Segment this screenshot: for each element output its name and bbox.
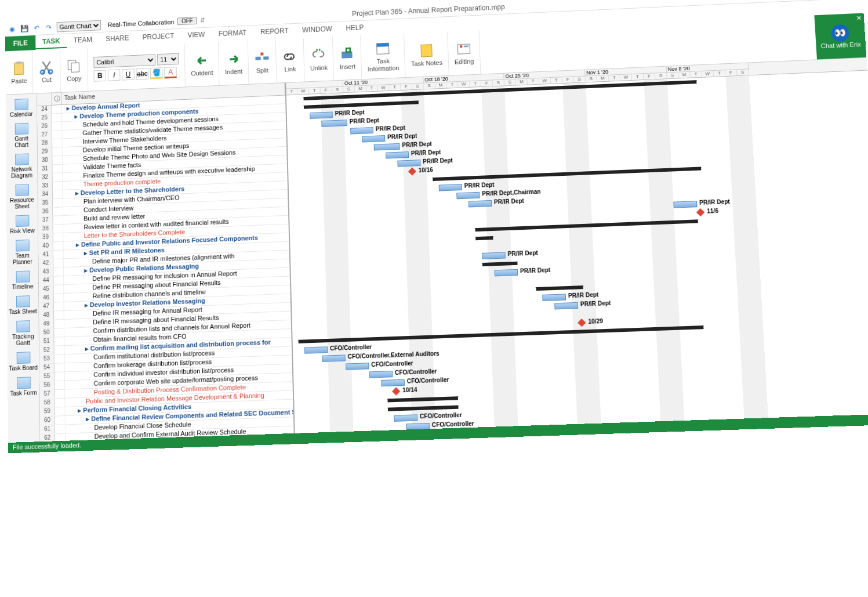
task-bar[interactable] bbox=[369, 371, 393, 378]
underline-button[interactable]: U bbox=[122, 68, 135, 80]
file-menu[interactable]: FILE bbox=[5, 35, 35, 51]
milestone[interactable] bbox=[452, 439, 460, 444]
indent-button[interactable]: Indent bbox=[219, 41, 249, 85]
view-timeline[interactable]: Timeline bbox=[7, 268, 38, 293]
task-info-button[interactable]: Task Information bbox=[361, 34, 405, 79]
view-selector[interactable]: Gantt Chart bbox=[57, 20, 101, 32]
menu-tab-task[interactable]: TASK bbox=[35, 35, 67, 50]
task-bar[interactable] bbox=[673, 201, 697, 208]
font-size-select[interactable]: 11 bbox=[157, 53, 179, 65]
insert-button[interactable]: Insert bbox=[333, 35, 362, 80]
task-bar[interactable] bbox=[322, 354, 345, 362]
svg-rect-0 bbox=[14, 62, 24, 74]
summary-bar[interactable] bbox=[475, 236, 493, 240]
undo-icon[interactable]: ↶ bbox=[32, 23, 41, 32]
task-bar[interactable] bbox=[304, 346, 328, 354]
bar-label: PR/IR Dept bbox=[335, 109, 364, 117]
save-icon[interactable]: 💾 bbox=[20, 24, 29, 33]
info-column[interactable]: ⓘ bbox=[52, 93, 62, 105]
task-bar[interactable] bbox=[321, 120, 347, 127]
task-bar[interactable] bbox=[482, 252, 506, 259]
view-icon bbox=[16, 240, 30, 252]
copy-button[interactable]: Copy bbox=[60, 48, 88, 92]
grid-body[interactable]: 24▸ Develop Annual Report25▸ Develop The… bbox=[37, 96, 294, 453]
menu-tab-team[interactable]: TEAM bbox=[67, 33, 99, 48]
fill-color-button[interactable]: 🪣 bbox=[150, 67, 163, 79]
bar-label: PR/IR Dept bbox=[350, 117, 379, 125]
italic-button[interactable]: I bbox=[108, 69, 121, 81]
split-button[interactable]: Split bbox=[248, 39, 277, 84]
view-calendar[interactable]: Calendar bbox=[6, 96, 37, 120]
strike-button[interactable]: abc bbox=[136, 68, 149, 79]
task-bar[interactable] bbox=[362, 135, 385, 143]
bar-label: PR/IR Dept bbox=[411, 149, 441, 157]
main-area: CalendarGantt ChartNetwork DiagramResour… bbox=[6, 58, 868, 454]
bar-label: PR/IR Dept bbox=[464, 182, 495, 189]
view-gantt-chart[interactable]: Gantt Chart bbox=[6, 120, 37, 151]
redo-icon[interactable]: ↷ bbox=[44, 23, 53, 32]
milestone[interactable] bbox=[696, 208, 704, 216]
task-bar[interactable] bbox=[386, 151, 409, 159]
font-group: Calibri 11 B I U abc 🪣 A bbox=[88, 44, 185, 91]
menu-tab-view[interactable]: VIEW bbox=[181, 28, 212, 43]
task-bar[interactable] bbox=[310, 111, 333, 118]
realtime-collab: Real-Time Collaboration OFF ⇵ bbox=[108, 17, 205, 28]
task-bar[interactable] bbox=[456, 192, 480, 200]
menu-tab-help[interactable]: HELP bbox=[339, 21, 371, 36]
app-icon: ◉ bbox=[8, 24, 17, 34]
view-task-form[interactable]: Task Form bbox=[8, 374, 39, 399]
task-bar[interactable] bbox=[554, 302, 578, 310]
task-bar[interactable] bbox=[381, 379, 405, 387]
task-grid: ⓘ Task Name 24▸ Develop Annual Report25▸… bbox=[37, 83, 295, 453]
task-bar[interactable] bbox=[394, 414, 417, 422]
outdent-button[interactable]: Outdent bbox=[185, 42, 220, 86]
customize-qat-icon[interactable]: ⇵ bbox=[200, 17, 205, 24]
view-task-board[interactable]: Task Board bbox=[8, 349, 39, 374]
view-risk-view[interactable]: Risk View bbox=[6, 212, 38, 237]
menu-tab-share[interactable]: SHARE bbox=[99, 31, 136, 46]
editing-group[interactable]: Editing bbox=[448, 30, 481, 75]
bar-label: CFO/Controller bbox=[432, 420, 474, 428]
svg-rect-12 bbox=[421, 44, 432, 56]
chat-erix-button[interactable]: ✕ 👀 Chat with Erix bbox=[814, 13, 866, 60]
task-bar[interactable] bbox=[397, 160, 420, 167]
view-tracking-gantt[interactable]: Tracking Gantt bbox=[8, 318, 39, 349]
task-bar[interactable] bbox=[374, 143, 400, 151]
view-resource-sheet[interactable]: Resource Sheet bbox=[6, 182, 38, 212]
task-bar[interactable] bbox=[439, 184, 462, 191]
task-bar[interactable] bbox=[495, 269, 518, 277]
view-task-sheet[interactable]: Task Sheet bbox=[7, 293, 38, 318]
bar-label: PR/IR Dept bbox=[423, 157, 453, 165]
paste-button[interactable]: Paste bbox=[5, 50, 33, 95]
task-bar[interactable] bbox=[542, 294, 566, 301]
bold-button[interactable]: B bbox=[94, 70, 107, 81]
gantt-chart[interactable]: Oct 11 '20Oct 18 '20Oct 25 '20Nov 1 '20N… bbox=[286, 58, 868, 444]
menu-tab-window[interactable]: WINDOW bbox=[295, 22, 339, 38]
bar-label: PR/IR Dept bbox=[376, 125, 406, 132]
font-color-button[interactable]: A bbox=[164, 67, 177, 78]
task-notes-button[interactable]: Task Notes bbox=[404, 31, 449, 77]
bar-label: PR/IR Dept bbox=[507, 249, 538, 257]
view-icon bbox=[14, 99, 28, 110]
rtc-toggle[interactable]: OFF bbox=[177, 17, 197, 25]
menu-tab-project[interactable]: PROJECT bbox=[136, 30, 181, 45]
link-button[interactable]: Link bbox=[276, 38, 305, 82]
unlink-button[interactable]: Unlink bbox=[304, 37, 335, 81]
bar-label: PR/IR Dept bbox=[402, 141, 432, 149]
view-team-planner[interactable]: Team Planner bbox=[7, 237, 38, 268]
view-network-diagram[interactable]: Network Diagram bbox=[6, 151, 38, 182]
summary-bar[interactable] bbox=[482, 262, 518, 266]
menu-tab-format[interactable]: FORMAT bbox=[212, 26, 254, 41]
view-icon bbox=[15, 184, 29, 196]
milestone[interactable] bbox=[392, 387, 400, 395]
font-name-select[interactable]: Calibri bbox=[93, 54, 155, 68]
view-icon bbox=[16, 352, 30, 364]
svg-rect-1 bbox=[16, 61, 21, 64]
cut-button[interactable]: Cut bbox=[33, 49, 61, 93]
task-bar[interactable] bbox=[468, 200, 492, 208]
menu-tab-report[interactable]: REPORT bbox=[253, 24, 296, 40]
view-icon bbox=[15, 215, 29, 227]
task-bar[interactable] bbox=[350, 127, 373, 134]
task-bar[interactable] bbox=[346, 363, 369, 370]
chat-close-icon[interactable]: ✕ bbox=[856, 15, 862, 22]
